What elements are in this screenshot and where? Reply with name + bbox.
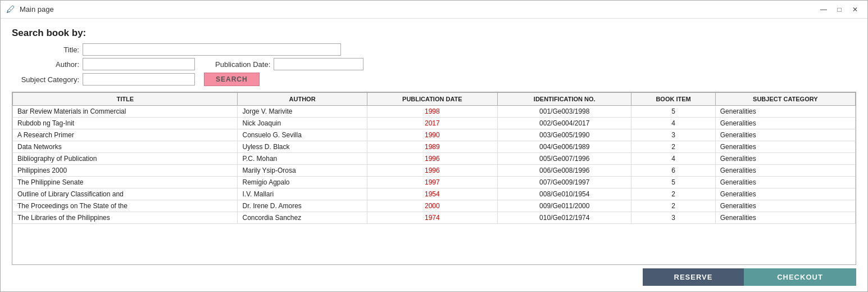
cell-bookitem: 3 [631, 212, 715, 224]
col-bookitem: BOOK ITEM [631, 93, 715, 106]
cell-subject: Generalities [715, 153, 855, 165]
table-row[interactable]: The Libraries of the PhilippinesConcordi… [13, 212, 856, 224]
main-window: 🖊 Main page — □ ✕ Search book by: Title:… [0, 0, 868, 292]
subject-input[interactable] [83, 73, 195, 86]
search-heading: Search book by: [12, 28, 856, 39]
cell-title: Rubdob ng Tag-Init [13, 118, 238, 129]
search-fields: Title: Author: Publication Date: Subject… [12, 43, 856, 86]
search-button[interactable]: SEARCH [204, 73, 260, 86]
cell-subject: Generalities [715, 118, 855, 129]
cell-pubdate: 1990 [367, 129, 497, 141]
cell-subject: Generalities [715, 177, 855, 188]
pubdate-input[interactable] [274, 58, 363, 70]
cell-pubdate: 1954 [367, 188, 497, 200]
cell-author: Nick Joaquin [238, 118, 367, 129]
cell-idno: 008/Ge010/1954 [498, 188, 631, 200]
app-icon: 🖊 [6, 5, 15, 15]
table-row[interactable]: Rubdob ng Tag-InitNick Joaquin2017002/Ge… [13, 118, 856, 129]
cell-idno: 009/Ge011/2000 [498, 200, 631, 212]
close-button[interactable]: ✕ [848, 4, 862, 15]
cell-title: Philippines 2000 [13, 165, 238, 177]
title-row: Title: [12, 43, 856, 56]
cell-idno: 007/Ge009/1997 [498, 177, 631, 188]
cell-pubdate: 1997 [367, 177, 497, 188]
cell-author: I.V. Mallari [238, 188, 367, 200]
cell-bookitem: 2 [631, 188, 715, 200]
author-label: Author: [12, 60, 79, 69]
cell-title: Bibliography of Publication [13, 153, 238, 165]
title-bar-controls: — □ ✕ [817, 4, 862, 15]
reserve-button[interactable]: RESERVE [643, 268, 744, 286]
cell-idno: 001/Ge003/1998 [498, 106, 631, 118]
cell-author: Jorge V. Marivite [238, 106, 367, 118]
cell-author: Consuelo G. Sevilla [238, 129, 367, 141]
cell-title: The Libraries of the Philippines [13, 212, 238, 224]
cell-pubdate: 1998 [367, 106, 497, 118]
cell-idno: 005/Ge007/1996 [498, 153, 631, 165]
cell-pubdate: 1974 [367, 212, 497, 224]
cell-subject: Generalities [715, 106, 855, 118]
window-title: Main page [20, 5, 54, 14]
cell-subject: Generalities [715, 141, 855, 153]
table-row[interactable]: Outline of Library Classification andI.V… [13, 188, 856, 200]
footer-buttons: RESERVE CHECKOUT [12, 265, 856, 286]
title-input[interactable] [83, 43, 341, 56]
cell-author: Concordia Sanchez [238, 212, 367, 224]
books-table-container: TITLE AUTHOR PUBLICATION DATE IDENTIFICA… [12, 92, 856, 265]
cell-idno: 002/Ge004/2017 [498, 118, 631, 129]
col-subject: SUBJECT CATEGORY [715, 93, 855, 106]
cell-pubdate: 1996 [367, 153, 497, 165]
cell-title: Outline of Library Classification and [13, 188, 238, 200]
table-row[interactable]: Data NetworksUyless D. Black1989004/Ge00… [13, 141, 856, 153]
cell-title: A Research Primer [13, 129, 238, 141]
books-table: TITLE AUTHOR PUBLICATION DATE IDENTIFICA… [12, 92, 856, 224]
table-row[interactable]: A Research PrimerConsuelo G. Sevilla1990… [13, 129, 856, 141]
cell-bookitem: 6 [631, 165, 715, 177]
col-title: TITLE [13, 93, 238, 106]
cell-bookitem: 2 [631, 200, 715, 212]
cell-bookitem: 2 [631, 141, 715, 153]
subject-row: Subject Category: SEARCH [12, 73, 856, 86]
cell-title: The Proceedings on The State of the [13, 200, 238, 212]
content-area: Search book by: Title: Author: Publicati… [1, 19, 867, 291]
cell-title: Bar Review Materials in Commercial [13, 106, 238, 118]
maximize-button[interactable]: □ [833, 4, 846, 15]
cell-subject: Generalities [715, 200, 855, 212]
cell-author: Dr. Irene D. Amores [238, 200, 367, 212]
cell-idno: 010/Ge012/1974 [498, 212, 631, 224]
table-row[interactable]: Philippines 2000Marily Ysip-Orosa1996006… [13, 165, 856, 177]
cell-subject: Generalities [715, 165, 855, 177]
cell-subject: Generalities [715, 188, 855, 200]
cell-idno: 006/Ge008/1996 [498, 165, 631, 177]
author-pubdate-row: Author: Publication Date: [12, 58, 856, 70]
pubdate-label: Publication Date: [215, 60, 270, 69]
table-row[interactable]: The Philippine SenateRemigio Agpalo19970… [13, 177, 856, 188]
cell-idno: 004/Ge006/1989 [498, 141, 631, 153]
cell-pubdate: 2000 [367, 200, 497, 212]
col-idno: IDENTIFICATION NO. [498, 93, 631, 106]
subject-label: Subject Category: [12, 75, 79, 84]
cell-idno: 003/Ge005/1990 [498, 129, 631, 141]
cell-author: Remigio Agpalo [238, 177, 367, 188]
table-row[interactable]: Bar Review Materials in CommercialJorge … [13, 106, 856, 118]
cell-title: The Philippine Senate [13, 177, 238, 188]
cell-bookitem: 5 [631, 106, 715, 118]
cell-pubdate: 2017 [367, 118, 497, 129]
cell-author: Marily Ysip-Orosa [238, 165, 367, 177]
cell-pubdate: 1989 [367, 141, 497, 153]
cell-subject: Generalities [715, 129, 855, 141]
cell-subject: Generalities [715, 212, 855, 224]
cell-title: Data Networks [13, 141, 238, 153]
title-label: Title: [12, 46, 79, 54]
author-input[interactable] [83, 58, 195, 70]
cell-author: P.C. Mohan [238, 153, 367, 165]
col-author: AUTHOR [238, 93, 367, 106]
table-row[interactable]: The Proceedings on The State of theDr. I… [13, 200, 856, 212]
checkout-button[interactable]: CHECKOUT [744, 268, 856, 286]
col-pubdate: PUBLICATION DATE [367, 93, 497, 106]
title-bar: 🖊 Main page — □ ✕ [1, 1, 867, 19]
cell-bookitem: 5 [631, 177, 715, 188]
table-row[interactable]: Bibliography of PublicationP.C. Mohan199… [13, 153, 856, 165]
search-section: Search book by: Title: Author: Publicati… [12, 28, 856, 86]
minimize-button[interactable]: — [817, 4, 830, 15]
